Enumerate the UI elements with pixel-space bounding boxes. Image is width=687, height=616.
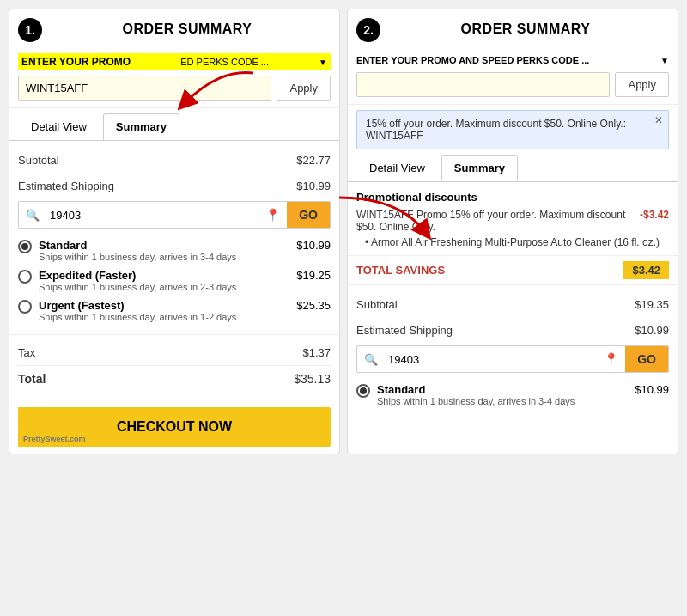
promo-disc-label-1: WINT15AFF Promo 15% off your order. Maxi… [356, 209, 640, 233]
option-price-standard-1: $10.99 [296, 239, 331, 252]
promo-disc-value-1: -$3.42 [640, 209, 669, 233]
step-2-badge: 2. [356, 18, 380, 42]
option-name-expedited-1: Expedited (Faster) [39, 269, 236, 282]
total-line-1: Total $35.13 [18, 366, 331, 392]
radio-urgent-1[interactable] [18, 300, 32, 314]
zip-row-1: 🔍 📍 GO [18, 201, 331, 229]
radio-standard-1[interactable] [18, 240, 32, 253]
option-price-urgent-1: $25.35 [296, 299, 331, 312]
zip-row-2: 🔍 📍 GO [356, 345, 669, 373]
option-info-standard-2: Standard Ships within 1 business day, ar… [377, 383, 575, 406]
shipping-option-expedited-1[interactable]: Expedited (Faster) Ships within 1 busine… [18, 269, 331, 292]
tab-detail-view-1[interactable]: Detail View [18, 113, 100, 140]
discount-banner: 15% off your order. Maximum discount $50… [356, 110, 669, 149]
option-sub-standard-2: Ships within 1 business day, arrives in … [377, 396, 575, 406]
go-button-1[interactable]: GO [287, 202, 330, 228]
total-savings-value: $3.42 [623, 261, 669, 279]
checkout-button-1[interactable]: PrettySweet.com CHECKOUT NOW [18, 407, 331, 447]
shipping-options-2: Standard Ships within 1 business day, ar… [356, 378, 669, 418]
estimated-shipping-line-1: Estimated Shipping $10.99 [18, 180, 331, 196]
promo-label-text-1: ENTER YOUR PROMO [21, 56, 131, 68]
order-lines-1: Subtotal $22.77 [9, 141, 339, 180]
subtotal-line-1: Subtotal $22.77 [18, 148, 331, 173]
promo-disc-row-1: WINT15AFF Promo 15% off your order. Maxi… [356, 207, 669, 235]
pretty-sweet-logo: PrettySweet.com [23, 435, 86, 443]
zip-input-1[interactable] [46, 204, 258, 227]
discount-banner-text: 15% off your order. Maximum discount $50… [366, 118, 626, 142]
shipping-label-1: Estimated Shipping [18, 180, 114, 192]
close-discount-banner[interactable]: ✕ [654, 114, 663, 126]
promo-label-text-2: ED PERKS CODE ... [180, 57, 269, 67]
subtotal-label-2: Subtotal [356, 298, 398, 311]
estimated-shipping-line-2: Estimated Shipping $10.99 [356, 324, 669, 340]
shipping-option-left-exp-1: Expedited (Faster) Ships within 1 busine… [18, 269, 236, 292]
promo-disc-bullet: • Armor All Air Freshening Multi-Purpose… [356, 235, 669, 250]
promo-input-1[interactable] [18, 76, 271, 101]
checkout-btn-wrap-1: PrettySweet.com CHECKOUT NOW [9, 400, 339, 454]
total-savings-label: TOTAL SAVINGS [356, 264, 445, 277]
option-info-expedited-1: Expedited (Faster) Ships within 1 busine… [39, 269, 236, 292]
tax-label-1: Tax [18, 346, 35, 359]
shipping-option-standard-2[interactable]: Standard Ships within 1 business day, ar… [356, 383, 669, 406]
promo-disc-title: Promotional discounts [356, 187, 669, 207]
panel-2-title: ORDER SUMMARY [348, 9, 678, 46]
shipping-option-left-1: Standard Ships within 1 business day, ar… [18, 239, 236, 262]
total-value-1: $35.13 [294, 372, 331, 386]
shipping-option-left-urg-1: Urgent (Fastest) Ships within 1 business… [18, 299, 236, 322]
location-icon-2: 📍 [597, 347, 625, 371]
promo-input-row-2: Apply [356, 72, 669, 97]
zip-input-2[interactable] [385, 348, 597, 371]
tabs-row-1: Detail View Summary [9, 113, 339, 141]
shipping-label-2: Estimated Shipping [356, 324, 453, 337]
tax-total-section-1: Tax $1.37 Total $35.13 [9, 334, 339, 397]
shipping-option-left-2: Standard Ships within 1 business day, ar… [356, 383, 575, 406]
apply-button-1[interactable]: Apply [277, 76, 331, 101]
go-button-2[interactable]: GO [625, 346, 668, 372]
shipping-option-standard-1[interactable]: Standard Ships within 1 business day, ar… [18, 239, 331, 262]
shipping-value-2: $10.99 [635, 324, 669, 337]
step-1-badge: 1. [18, 18, 42, 42]
promo-input-2[interactable] [356, 72, 610, 97]
shipping-section-1: Estimated Shipping $10.99 🔍 📍 GO Standar… [9, 180, 339, 334]
total-label-1: Total [18, 372, 46, 386]
checkout-label-1: CHECKOUT NOW [117, 419, 232, 435]
option-price-standard-2: $10.99 [635, 383, 669, 396]
subtotal-line-2: Subtotal $19.35 [356, 292, 669, 317]
option-sub-expedited-1: Ships within 1 business day, arrives in … [39, 282, 236, 292]
tab-summary-2[interactable]: Summary [441, 155, 518, 181]
tab-summary-1[interactable]: Summary [103, 113, 179, 140]
option-name-standard-2: Standard [377, 383, 575, 396]
apply-button-2[interactable]: Apply [615, 72, 669, 97]
option-info-urgent-1: Urgent (Fastest) Ships within 1 business… [39, 299, 236, 322]
shipping-option-urgent-1[interactable]: Urgent (Fastest) Ships within 1 business… [18, 299, 331, 322]
option-name-urgent-1: Urgent (Fastest) [39, 299, 236, 312]
shipping-value-1: $10.99 [296, 180, 331, 192]
search-icon-1: 🔍 [19, 204, 46, 227]
tabs-row-2: Detail View Summary [348, 155, 678, 182]
pretty-sweet-label: PrettySweet.com [18, 407, 91, 447]
promo-label-1[interactable]: ENTER YOUR PROMO ED PERKS CODE ... ▼ [18, 53, 331, 70]
location-icon-1: 📍 [258, 203, 287, 227]
promo-label-2[interactable]: ENTER YOUR PROMO AND SPEED PERKS CODE ..… [356, 53, 669, 67]
promo-section-1: ENTER YOUR PROMO ED PERKS CODE ... ▼ App… [9, 46, 339, 108]
subtotal-value-2: $19.35 [635, 298, 669, 311]
promo-input-row-1: Apply [18, 76, 331, 101]
tax-line-1: Tax $1.37 [18, 340, 331, 366]
tax-value-1: $1.37 [302, 346, 331, 359]
total-savings-row: TOTAL SAVINGS $3.42 [348, 256, 678, 285]
option-sub-urgent-1: Ships within 1 business day, arrives in … [39, 312, 236, 322]
radio-expedited-1[interactable] [18, 270, 32, 284]
tab-detail-view-2[interactable]: Detail View [356, 155, 438, 181]
option-sub-standard-1: Ships within 1 business day, arrives in … [39, 252, 236, 262]
promo-chevron-1: ▼ [319, 58, 327, 67]
shipping-section-2: Estimated Shipping $10.99 🔍 📍 GO Standar… [348, 324, 678, 418]
promo-discounts-2: Promotional discounts WINT15AFF Promo 15… [348, 182, 678, 256]
radio-standard-2[interactable] [356, 384, 370, 398]
promo-section-2: ENTER YOUR PROMO AND SPEED PERKS CODE ..… [348, 46, 678, 105]
shipping-options-1: Standard Ships within 1 business day, ar… [18, 234, 331, 334]
panel-1: 1. ORDER SUMMARY ENTER YOUR PROMO ED PER… [9, 9, 340, 454]
promo-label-text-2a: ENTER YOUR PROMO AND SPEED PERKS CODE ..… [356, 55, 589, 65]
order-lines-2: Subtotal $19.35 [348, 285, 678, 324]
subtotal-label-1: Subtotal [18, 154, 59, 167]
panel-2: 2. ORDER SUMMARY ENTER YOUR PROMO AND SP… [347, 9, 678, 454]
